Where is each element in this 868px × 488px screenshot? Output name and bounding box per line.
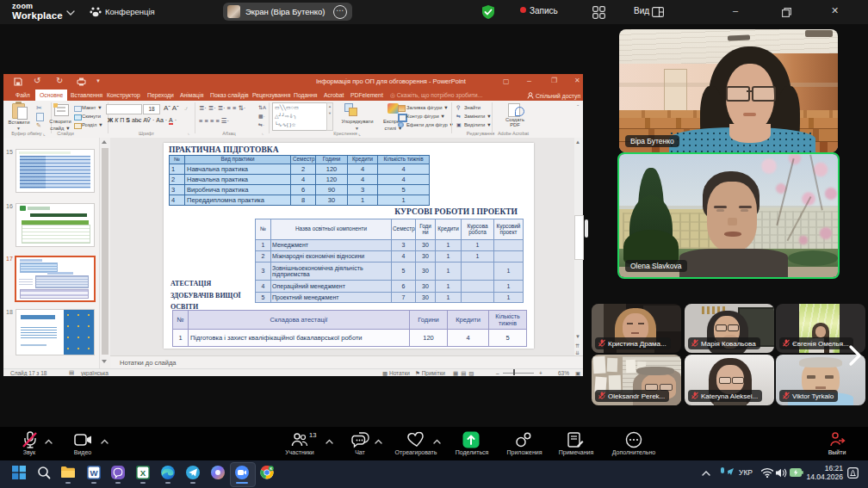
svg-text:K: K	[270, 466, 272, 471]
svg-text:X: X	[140, 468, 146, 478]
svg-text:W: W	[90, 468, 98, 478]
